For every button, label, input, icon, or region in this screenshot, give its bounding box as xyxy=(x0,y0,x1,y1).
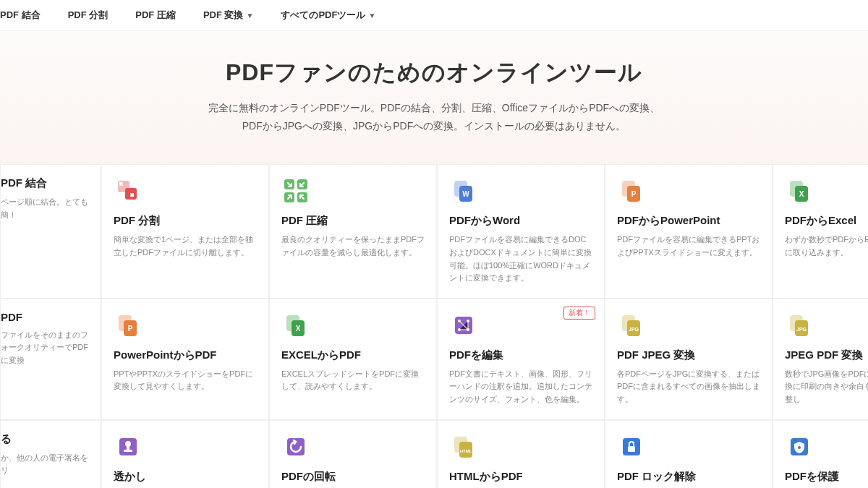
chevron-down-icon: ▼ xyxy=(368,12,375,20)
tool-card-toword[interactable]: WPDFからWordPDFファイルを容易に編集できるDOCおよびDOCXドキュメ… xyxy=(437,164,605,298)
chevron-down-icon: ▼ xyxy=(247,12,254,20)
tool-title: PDF ロック解除 xyxy=(617,470,760,484)
tool-card-sign[interactable]: るか、他の人の電子署名をリ xyxy=(0,420,101,488)
tool-desc: PDFファイルを容易に編集できるPPTおよびPPTXスライドショーに変えます。 xyxy=(617,234,760,259)
tool-card-protect[interactable]: PDFを保護パスワードでPDFファイルを不正アクセスを防ぐためにP化します。 xyxy=(773,420,868,488)
tool-card-ppttopdf[interactable]: PPowerPointからPDFPPTやPPTXのスライドショーをPDFに変換し… xyxy=(101,299,269,420)
unlock-icon xyxy=(617,432,646,461)
excel-icon: X xyxy=(785,176,814,205)
tool-desc: 最良のクオリティーを保ったままPDFファイルの容量を減らし最適化します。 xyxy=(281,234,425,259)
tool-title: HTMLからPDF xyxy=(449,470,592,484)
tool-title: PowerPointからPDF xyxy=(114,348,257,362)
stamp-icon xyxy=(114,432,142,461)
jpg-icon: JPG xyxy=(617,311,646,340)
tool-title: PDF 分割 xyxy=(114,214,257,228)
protect-icon xyxy=(785,432,814,461)
compress-icon xyxy=(281,176,310,205)
tool-desc: か、他の人の電子署名をリ xyxy=(1,452,89,477)
tool-card-rotate[interactable]: PDFの回転必要な方法でPDFを回転させます。複数のPDFを同時に回転する事もで… xyxy=(269,420,437,488)
hero-line2: PDFからJPGへの変換、JPGからPDFへの変換。インストールの必要はありませ… xyxy=(14,117,854,135)
tool-title: PDF JPEG 変換 xyxy=(617,348,760,362)
tool-title: PDF 圧縮 xyxy=(281,214,425,228)
svg-text:W: W xyxy=(462,190,469,198)
svg-text:JPG: JPG xyxy=(796,327,807,332)
svg-text:P: P xyxy=(128,325,133,333)
tool-card-htmltopdf[interactable]: HTMLHTMLからPDFHTMLのウェブページをPDFに変換。必要なページのU… xyxy=(437,420,605,488)
tool-desc: 簡単な変換で1ページ、または全部を独立したPDFファイルに切り離します。 xyxy=(114,234,257,259)
nav-label: PDF 結合 xyxy=(0,9,41,22)
tool-card-jpgtopdf[interactable]: JPGJPEG PDF 変換数秒でJPG画像をPDFに変換に印刷の向きや余白を調… xyxy=(773,299,868,420)
tool-title: 透かし xyxy=(114,470,257,484)
nav-all-tools[interactable]: すべてのPDFツール ▼ xyxy=(281,9,375,22)
ppt-icon: P xyxy=(617,176,646,205)
nav-label: すべてのPDFツール xyxy=(281,9,365,22)
svg-text:X: X xyxy=(296,325,301,333)
tool-title: る xyxy=(1,432,89,446)
tool-title: PDFを編集 xyxy=(449,348,592,362)
tool-title: PDFからExcel xyxy=(785,214,868,228)
tool-card-compress[interactable]: PDF 圧縮最良のクオリティーを保ったままPDFファイルの容量を減らし最適化しま… xyxy=(269,164,437,298)
svg-point-43 xyxy=(798,446,801,449)
svg-text:X: X xyxy=(799,190,804,198)
tool-card-wordtopdf[interactable]: PDFファイルをそのままのフォークオリティーでPDFに変換 xyxy=(0,299,101,420)
tool-card-toexcel[interactable]: XPDFからExcelわずか数秒でPDFからExcelに取り込みます。 xyxy=(773,164,868,298)
tool-title: PDFからPowerPoint xyxy=(617,214,760,228)
tool-title: PDFの回転 xyxy=(281,470,425,484)
top-nav: PDF 結合 PDF 分割 PDF 圧縮 PDF 変換 ▼ すべてのPDFツール… xyxy=(0,0,868,31)
edit-icon xyxy=(449,311,478,340)
jpg-icon: JPG xyxy=(785,311,814,340)
tool-desc: 数秒でJPG画像をPDFに変換に印刷の向きや余白を調整し xyxy=(785,368,868,406)
tool-title: PDF xyxy=(1,311,89,323)
tool-title: PDFからWord xyxy=(449,214,592,228)
tool-desc: PDF文書にテキスト、画像、図形、フリーハンドの注釈を追加。追加したコンテンツの… xyxy=(449,368,592,406)
nav-label: PDF 変換 xyxy=(203,9,244,22)
new-badge: 新着！ xyxy=(563,307,595,320)
tool-card-watermark[interactable]: 透かし数秒でPDFに画像またはテキストにスタンプを入れます。タイポグラフィ、透明… xyxy=(101,420,269,488)
nav-label: PDF 圧縮 xyxy=(135,9,176,22)
tool-card-toppt[interactable]: PPDFからPowerPointPDFファイルを容易に編集できるPPTおよびPP… xyxy=(605,164,773,298)
nav-convert[interactable]: PDF 変換 ▼ xyxy=(203,9,254,22)
tool-card-edit[interactable]: 新着！PDFを編集PDF文書にテキスト、画像、図形、フリーハンドの注釈を追加。追… xyxy=(437,299,605,420)
tool-desc: PDFファイルを容易に編集できるDOCおよびDOCXドキュメントに簡単に変換可能… xyxy=(449,234,592,284)
tool-title: JPEG PDF 変換 xyxy=(785,348,868,362)
tool-title: PDFを保護 xyxy=(785,470,868,484)
tool-card-merge[interactable]: PDF 結合ページ順に結合。とても簡！ xyxy=(0,164,101,298)
nav-merge[interactable]: PDF 結合 xyxy=(0,9,41,22)
rotate-icon xyxy=(281,432,310,461)
tool-desc: わずか数秒でPDFからExcelに取り込みます。 xyxy=(785,234,868,259)
svg-text:P: P xyxy=(631,190,637,198)
tool-card-split[interactable]: PDF 分割簡単な変換で1ページ、または全部を独立したPDFファイルに切り離しま… xyxy=(101,164,269,298)
tool-desc: PPTやPPTXのスライドショーをPDFに変換して見やすくします。 xyxy=(114,368,257,393)
tool-desc: ページ順に結合。とても簡！ xyxy=(1,196,89,221)
tool-title: EXCELからPDF xyxy=(281,348,425,362)
svg-rect-41 xyxy=(628,446,635,452)
svg-text:HTML: HTML xyxy=(460,449,472,453)
excel2-icon: X xyxy=(281,311,310,340)
svg-rect-33 xyxy=(124,450,132,452)
hero: PDFファンのためのオンラインツール 完全に無料のオンラインPDFツール。PDF… xyxy=(0,31,868,164)
tool-desc: EXCELスプレッドシートをPDFに変換して、読みやすくします。 xyxy=(281,368,425,393)
svg-point-35 xyxy=(125,441,131,447)
tool-card-tojpg[interactable]: JPGPDF JPEG 変換各PDFページをJPGに変換する、またはPDFに含ま… xyxy=(605,299,773,420)
tool-desc: 各PDFページをJPGに変換する、またはPDFに含まれるすべての画像を抽出します… xyxy=(617,368,760,406)
word-icon: W xyxy=(449,176,478,205)
nav-compress[interactable]: PDF 圧縮 xyxy=(135,9,176,22)
hero-line1: 完全に無料のオンラインPDFツール。PDFの結合、分割、圧縮、Officeファイ… xyxy=(14,99,854,117)
svg-text:JPG: JPG xyxy=(629,327,639,332)
html-icon: HTML xyxy=(449,432,478,461)
tool-card-exceltopdf[interactable]: XEXCELからPDFEXCELスプレッドシートをPDFに変換して、読みやすくし… xyxy=(269,299,437,420)
tool-title: PDF 結合 xyxy=(1,176,89,190)
tool-desc: ファイルをそのままのフォークオリティーでPDFに変換 xyxy=(1,329,89,367)
hero-title: PDFファンのためのオンラインツール xyxy=(14,57,854,89)
tools-grid: PDF 結合ページ順に結合。とても簡！PDF 分割簡単な変換で1ページ、または全… xyxy=(0,164,868,488)
nav-split[interactable]: PDF 分割 xyxy=(68,9,109,22)
tool-card-unlock[interactable]: PDF ロック解除PDF文書のパスワード解除しますセキュリティを解除します。これ… xyxy=(605,420,773,488)
ppt2-icon: P xyxy=(114,311,142,340)
split-icon xyxy=(114,176,142,205)
nav-label: PDF 分割 xyxy=(68,9,109,22)
